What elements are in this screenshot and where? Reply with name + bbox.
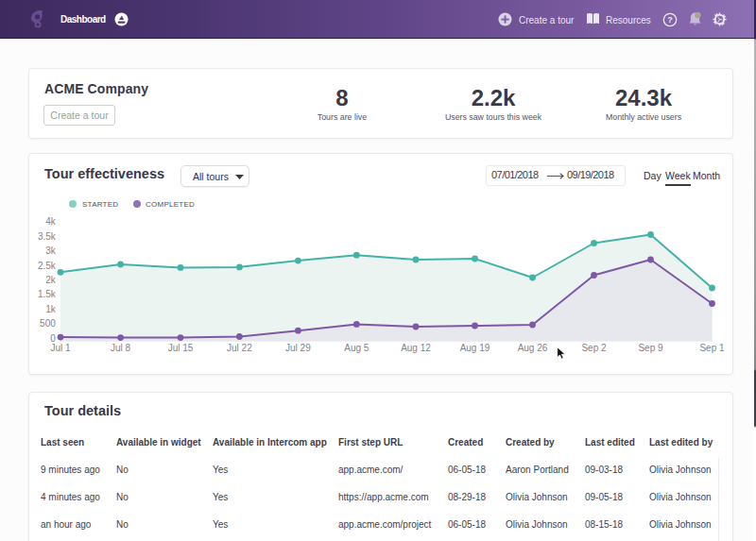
svg-text:Aug 19: Aug 19 bbox=[460, 343, 490, 353]
svg-text:1k: 1k bbox=[45, 304, 57, 314]
svg-text:2k: 2k bbox=[45, 275, 57, 285]
svg-text:Aug 12: Aug 12 bbox=[401, 343, 431, 353]
svg-text:3k: 3k bbox=[45, 245, 57, 256]
svg-text:500: 500 bbox=[40, 318, 56, 329]
svg-text:Sep 1: Sep 1 bbox=[699, 343, 725, 353]
svg-text:1.5k: 1.5k bbox=[38, 289, 57, 299]
svg-text:Jul 29: Jul 29 bbox=[285, 343, 311, 353]
svg-text:Aug 26: Aug 26 bbox=[518, 343, 548, 353]
svg-text:Jul 1: Jul 1 bbox=[50, 343, 71, 353]
svg-text:2.5k: 2.5k bbox=[38, 261, 57, 271]
svg-text:Sep 2: Sep 2 bbox=[581, 343, 607, 353]
svg-text:3.5k: 3.5k bbox=[38, 231, 57, 242]
svg-text:4k: 4k bbox=[45, 216, 57, 227]
svg-text:Jul 15: Jul 15 bbox=[168, 343, 194, 353]
svg-text:Jul 22: Jul 22 bbox=[227, 343, 252, 353]
svg-text:Aug 5: Aug 5 bbox=[344, 343, 369, 353]
svg-text:Sep 9: Sep 9 bbox=[638, 343, 663, 353]
svg-text:0: 0 bbox=[50, 333, 56, 344]
svg-text:?: ? bbox=[667, 15, 673, 25]
svg-text:Jul 8: Jul 8 bbox=[111, 343, 131, 353]
